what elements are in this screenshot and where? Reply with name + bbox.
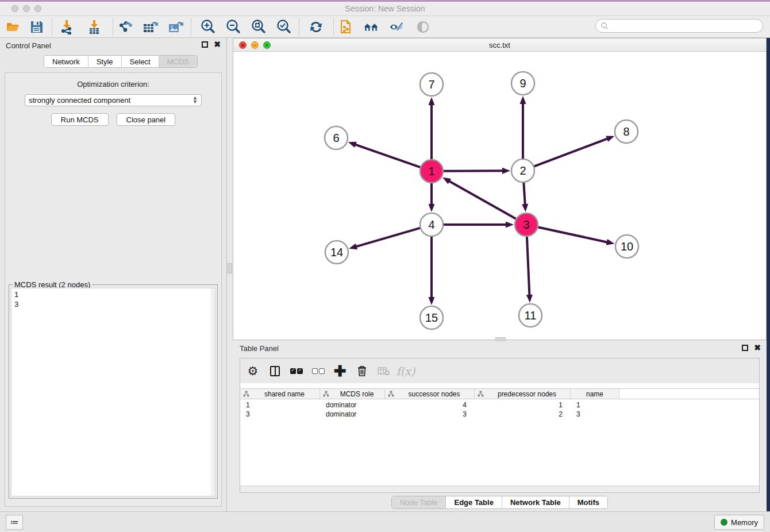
node-label-1: 1 [428,165,434,178]
run-mcds-button[interactable]: Run MCDS [51,113,109,126]
mcds-result-text[interactable]: 1 3 [11,288,215,496]
column-header-name[interactable]: name [571,389,619,399]
node-label-4: 4 [428,218,434,231]
cell-MCDS-role[interactable]: dominator [320,410,385,419]
import-table-icon[interactable] [86,20,102,34]
cell-MCDS-role[interactable]: dominator [320,400,385,410]
cell-name[interactable]: 1 [571,400,619,410]
search-field-container[interactable] [595,19,763,33]
network-canvas[interactable]: 1234678910111415 [233,52,766,340]
edge-4-14[interactable] [354,228,421,248]
control-panel-title: Control Panel [6,41,51,50]
arrowhead-icon [348,142,357,148]
apply-layout-icon[interactable] [308,20,324,34]
cell-successor-nodes[interactable]: 3 [385,410,475,419]
zoom-in-icon[interactable] [200,20,216,34]
column-header-label: name [571,390,619,398]
zoom-selected-icon[interactable] [276,20,292,34]
search-icon [600,22,609,30]
toolbar-separator [299,18,299,36]
tab-style[interactable]: Style [88,56,122,67]
memory-button[interactable]: Memory [714,515,764,530]
vertical-splitter[interactable] [226,38,233,511]
cell-name[interactable]: 3 [571,410,619,419]
vertical-splitter-grip[interactable] [228,263,232,273]
show-columns-icon[interactable] [268,364,282,378]
tab-motifs[interactable]: Motifs [569,496,607,508]
table-toolbar: ⚙ ✚ f(x) [240,358,759,383]
edge-1-2[interactable] [443,171,505,171]
hide-eye-icon [415,20,431,34]
table-row[interactable]: 1dominator411 [240,400,759,410]
optimization-criterion-select[interactable]: strongly connected component ▲▼ [25,94,202,106]
cell-predecessor-nodes[interactable]: 2 [475,410,571,419]
close-table-panel-icon[interactable]: ✖ [754,345,761,351]
titlebar: Session: New Session [0,2,770,16]
float-table-panel-icon[interactable] [742,345,748,351]
edge-1-6[interactable] [353,144,421,167]
add-column-icon[interactable]: ✚ [333,364,347,378]
zoom-out-icon[interactable] [225,20,241,34]
column-type-tree-icon [323,391,329,397]
chevron-up-down-icon: ▲▼ [192,96,198,104]
search-input[interactable] [611,22,763,30]
column-header-shared-name[interactable]: shared name [240,389,320,399]
arrowhead-icon [520,96,526,104]
deselect-all-columns-icon[interactable] [311,364,325,378]
select-all-columns-icon[interactable] [290,364,303,378]
export-image-icon[interactable] [168,20,184,34]
cell-shared-name[interactable]: 3 [240,410,320,419]
tab-network-table[interactable]: Network Table [502,496,569,508]
tab-edge-table[interactable]: Edge Table [446,496,502,508]
edge-3-1[interactable] [447,180,517,219]
table-row[interactable]: 3dominator323 [240,410,759,419]
zoom-fit-icon[interactable] [251,20,267,34]
arrowhead-icon [429,204,435,212]
float-panel-icon[interactable] [202,41,208,48]
arrowhead-icon [349,244,357,250]
tab-node-table[interactable]: Node Table [392,496,446,508]
export-table-icon[interactable] [143,20,159,34]
export-network-icon[interactable] [117,20,133,34]
open-session-icon[interactable] [5,20,21,34]
save-session-icon[interactable] [29,20,45,34]
node-label-15: 15 [425,311,438,324]
delete-column-trash-icon[interactable] [355,364,369,378]
network-graph[interactable]: 1234678910111415 [233,52,766,340]
import-network-icon[interactable] [59,20,75,34]
table-panel-title: Table Panel [240,344,279,353]
result-scrollbar[interactable] [211,288,215,496]
node-label-9: 9 [519,77,526,90]
toolbar-separator [52,18,52,36]
home-icon[interactable] [363,20,379,34]
tab-mcds[interactable]: MCDS [159,56,197,67]
close-panel-icon[interactable]: ✖ [214,41,221,48]
task-history-list-icon[interactable]: ≔ [6,515,23,530]
arrowhead-icon [506,222,514,228]
column-header-successor-nodes[interactable]: successor nodes [385,389,475,399]
edge-3-11[interactable] [527,236,530,298]
table-settings-gear-icon[interactable]: ⚙ [246,364,260,378]
mcds-tab-content: Optimization criterion: strongly connect… [5,72,222,507]
clone-network-icon[interactable] [339,20,355,34]
cell-predecessor-nodes[interactable]: 1 [475,400,571,410]
cell-successor-nodes[interactable]: 4 [385,400,475,410]
tab-network[interactable]: Network [44,56,88,67]
cell-shared-name[interactable]: 1 [240,400,320,410]
tab-select[interactable]: Select [122,56,159,67]
column-header-predecessor-nodes[interactable]: predecessor nodes [475,389,571,399]
edge-2-8[interactable] [534,138,610,167]
arrowhead-icon [429,297,435,305]
column-header-label: predecessor nodes [484,390,570,398]
column-header-label: MCDS role [329,390,384,398]
style-eye-icon[interactable] [388,20,405,34]
dropdown-selected-value: strongly connected component [29,96,130,105]
arrowhead-icon [526,295,533,303]
column-header-MCDS-role[interactable]: MCDS role [320,389,385,399]
close-panel-button[interactable]: Close panel [117,113,176,126]
table-hscroll-area[interactable] [240,485,759,492]
network-window-titlebar[interactable]: ✕ − + scc.txt [233,38,766,52]
edge-2-3[interactable] [523,182,525,207]
edge-3-10[interactable] [538,227,610,242]
horizontal-splitter-grip[interactable] [495,337,506,341]
